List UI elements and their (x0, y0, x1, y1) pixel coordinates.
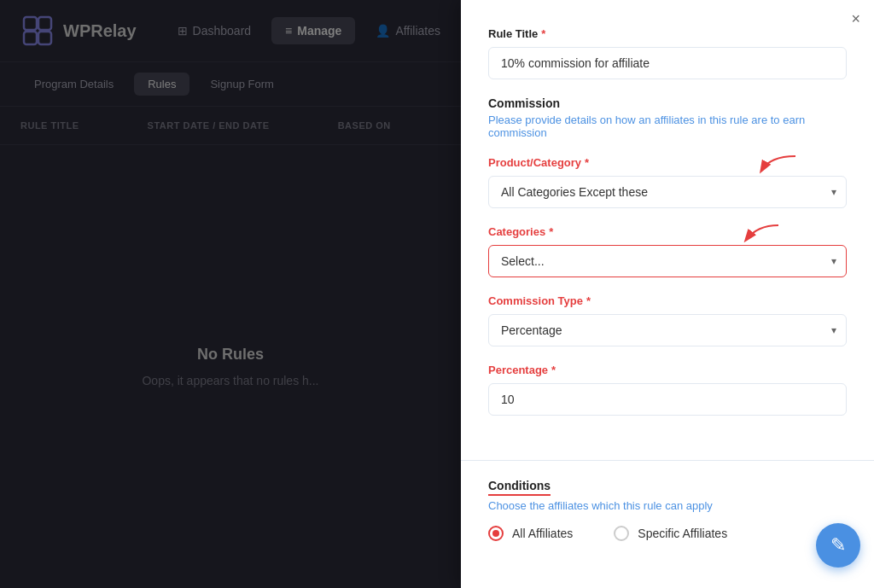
commission-type-select-wrapper: Percentage ▾ (488, 314, 847, 346)
percentage-required: * (551, 364, 556, 376)
conditions-title: Conditions (488, 478, 847, 499)
product-category-select[interactable]: All Categories Except these (488, 176, 847, 208)
conditions-subtitle: Choose the affiliates which this rule ca… (488, 499, 847, 512)
categories-field-group: Categories * Select... ▾ (488, 225, 847, 277)
percentage-field-group: Percentage * (488, 364, 847, 416)
radio-all-affiliates-circle (488, 526, 504, 541)
modal-overlay (0, 0, 461, 588)
product-category-select-wrapper: All Categories Except these ▾ (488, 176, 847, 208)
radio-all-affiliates-label: All Affiliates (512, 527, 573, 540)
commission-section-subtitle: Please provide details on how an affilia… (488, 114, 847, 139)
product-category-required: * (585, 156, 589, 169)
product-category-field-group: Product/Category * All Categories Except… (488, 156, 847, 208)
percentage-input[interactable] (488, 383, 847, 416)
categories-select-wrapper: Select... ▾ (488, 245, 847, 277)
red-arrow-product (744, 152, 813, 178)
commission-type-required: * (586, 294, 591, 307)
modal-main-content: Rule Title * Commission Please provide d… (461, 0, 874, 453)
conditions-section: Conditions Choose the affiliates which t… (461, 478, 874, 562)
fab-edit-icon: ✎ (830, 534, 846, 556)
modal-close-button[interactable]: × (851, 10, 860, 28)
red-arrow-categories (727, 221, 795, 247)
radio-all-affiliates[interactable]: All Affiliates (488, 526, 573, 541)
radio-specific-affiliates-circle (614, 526, 629, 541)
rule-title-field-group: Rule Title * (488, 27, 847, 79)
commission-type-select[interactable]: Percentage (488, 314, 847, 346)
rule-title-required: * (541, 27, 545, 40)
commission-type-field-group: Commission Type * Percentage ▾ (488, 294, 847, 346)
commission-section-title: Commission (488, 96, 847, 110)
modal-panel: × Rule Title * Commission Please provide… (461, 0, 874, 588)
affiliates-radio-group: All Affiliates Specific Affiliates (488, 526, 847, 541)
commission-section: Commission Please provide details on how… (488, 96, 847, 139)
categories-required: * (549, 225, 553, 238)
commission-type-label: Commission Type * (488, 294, 847, 307)
rule-title-label: Rule Title * (488, 27, 847, 40)
section-divider (461, 460, 874, 461)
radio-specific-affiliates-label: Specific Affiliates (638, 527, 727, 540)
radio-specific-affiliates[interactable]: Specific Affiliates (614, 526, 727, 541)
rule-title-input[interactable] (488, 47, 847, 79)
fab-button[interactable]: ✎ (816, 523, 860, 568)
categories-select[interactable]: Select... (488, 245, 847, 277)
percentage-label: Percentage * (488, 364, 847, 376)
